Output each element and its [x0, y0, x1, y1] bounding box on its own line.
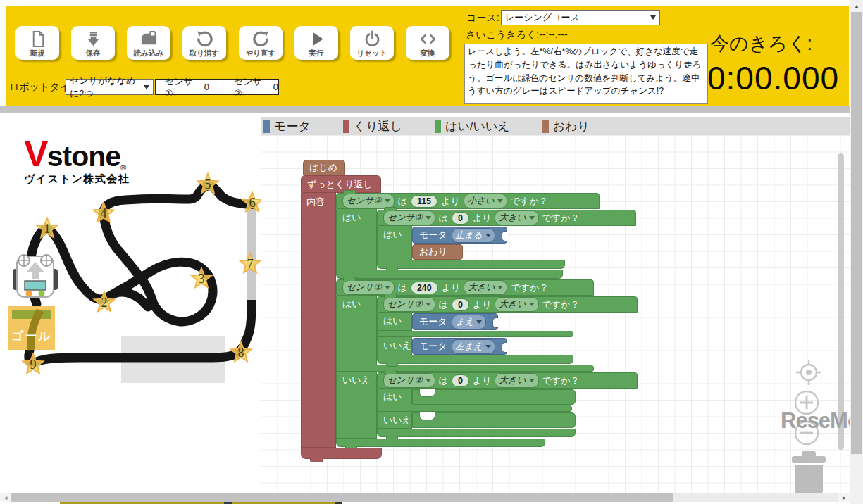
sensor-dropdown[interactable]: センサ② [383, 373, 435, 388]
undo-icon [195, 30, 214, 49]
if1-condition[interactable]: センサ② は 115 より 小さい ですか？ [336, 193, 600, 209]
category-swatch [542, 120, 549, 133]
vertical-scroll-thumb[interactable] [851, 12, 862, 454]
dropdown-arrow-icon [385, 199, 390, 203]
empty-slot[interactable] [412, 412, 576, 428]
new-file-icon [28, 30, 47, 49]
toolbox-bar: モータ くり返し はい/いいえ おわり [261, 117, 850, 135]
branch-label-no: いいえ [377, 337, 412, 355]
toolbox-category-yesno[interactable]: はい/いいえ [435, 118, 510, 134]
convert-button[interactable]: 変換 [406, 26, 449, 60]
empty-slot[interactable] [412, 389, 576, 405]
dropdown-arrow-icon [529, 379, 535, 382]
sensor-readout-box: センサ①: 0 センサ②: 0 [155, 79, 279, 95]
category-swatch [263, 120, 270, 133]
if-block-1a[interactable]: センサ② は 0 より 大きい ですか？ はい [377, 210, 636, 270]
sensor-dropdown[interactable]: センサ② [383, 297, 435, 312]
if-block-2b[interactable]: センサ② は 0 より 大きい ですか？ はい [377, 372, 638, 438]
blockly-workspace[interactable]: はじめ ずっとくり返し 内容 センサ② は 115 より 小さい [261, 135, 850, 493]
comparison-dropdown[interactable]: 大きい [495, 373, 538, 388]
motor-block-stop[interactable]: モータ 止まる [412, 227, 507, 244]
forever-loop-block[interactable]: ずっとくり返し 内容 センサ② は 115 より 小さい ですか [301, 175, 638, 459]
comparison-dropdown[interactable]: 小さい [464, 194, 507, 208]
value-field[interactable]: 115 [411, 195, 437, 208]
value-field[interactable]: 0 [452, 374, 469, 387]
toolbox-category-motor[interactable]: モータ [263, 118, 311, 134]
dropdown-arrow-icon [426, 379, 431, 382]
svg-text:5: 5 [205, 177, 211, 191]
if-block-2a[interactable]: センサ② は 0 より 大きい ですか？ はい [377, 296, 638, 365]
vertical-scrollbar[interactable]: ▲ [850, 0, 863, 504]
sensor-dropdown[interactable]: センサ① [342, 280, 395, 295]
if2-condition[interactable]: センサ① は 240 より 大きい ですか？ [336, 279, 594, 296]
branch-label-yes: はい [336, 296, 377, 365]
save-icon [84, 30, 103, 49]
if2b-condition[interactable]: センサ② は 0 より 大きい ですか？ [377, 372, 638, 389]
dropdown-arrow-icon [497, 199, 503, 203]
undo-button[interactable]: 取り消す [182, 26, 226, 60]
sensor1-value: 0 [204, 82, 209, 92]
svg-text:6: 6 [249, 196, 256, 210]
if1-footer [336, 270, 563, 279]
if2a-condition[interactable]: センサ② は 0 より 大きい ですか？ [377, 296, 638, 313]
scroll-up-arrow-icon[interactable]: ▲ [850, 0, 863, 12]
horizontal-scrollbar[interactable]: ◄ ► [0, 493, 850, 502]
load-button[interactable]: 読み込み [127, 26, 170, 60]
comparison-dropdown[interactable]: 大きい [495, 210, 538, 225]
redo-button[interactable]: やり直す [239, 26, 283, 60]
svg-text:1: 1 [44, 222, 51, 236]
start-block[interactable]: はじめ [303, 160, 345, 175]
workspace-scrollbar[interactable] [838, 153, 844, 450]
if-block-2[interactable]: センサ① は 240 より 大きい ですか？ はい [336, 279, 638, 448]
new-button[interactable]: 新規 [15, 26, 59, 60]
value-field[interactable]: 0 [452, 298, 469, 311]
checkpoint-star-7: 7 [240, 253, 261, 272]
chevron-down-icon [144, 85, 149, 89]
branch-label-no: いいえ [377, 412, 412, 429]
run-button[interactable]: 実行 [294, 26, 338, 60]
if2-footer [336, 439, 545, 447]
run-icon [307, 30, 326, 49]
if1a-condition[interactable]: センサ② は 0 より 大きい ですか？ [377, 210, 636, 226]
robot-icon [13, 255, 58, 297]
trash-icon[interactable] [786, 451, 833, 493]
best-record-value: --:--.--- [539, 29, 567, 40]
end-block[interactable]: おわり [412, 244, 463, 260]
course-map: ゴール 1 2 3 4 5 6 7 8 9 [0, 120, 261, 500]
save-button[interactable]: 保存 [71, 26, 115, 60]
horizontal-scroll-thumb[interactable] [11, 493, 673, 502]
loop-footer [301, 448, 382, 459]
scroll-right-arrow-icon[interactable]: ► [838, 493, 850, 502]
if2b-mid-bar [377, 405, 572, 412]
value-field[interactable]: 240 [411, 282, 438, 294]
dropdown-arrow-icon [426, 303, 431, 306]
motor-block-left-forward[interactable]: モータ 左まえ [412, 338, 507, 355]
dropdown-arrow-icon [426, 216, 431, 220]
course-select[interactable]: レーシングコース [501, 10, 660, 25]
dropdown-arrow-icon [497, 286, 503, 289]
reset-button[interactable]: リセット [350, 26, 394, 60]
dropdown-arrow-icon [529, 216, 535, 220]
convert-icon [418, 30, 437, 49]
scroll-left-arrow-icon[interactable]: ◄ [0, 493, 11, 502]
dropdown-arrow-icon [476, 320, 482, 324]
sensor-dropdown[interactable]: センサ② [383, 210, 435, 225]
svg-text:7: 7 [247, 257, 254, 271]
motor-direction-dropdown[interactable]: 左まえ [452, 339, 495, 354]
toolbox-category-loop[interactable]: くり返し [343, 118, 402, 134]
zoom-reset-button[interactable] [795, 358, 823, 386]
if1a-footer [377, 260, 565, 269]
track-path [29, 186, 252, 363]
branch-label-yes: はい [377, 389, 412, 405]
toolbox-category-end[interactable]: おわり [542, 118, 590, 134]
comparison-dropdown[interactable]: 大きい [495, 297, 538, 312]
robot-type-select[interactable]: センサがななめに2つ [66, 79, 154, 95]
loop-header[interactable]: ずっとくり返し [301, 175, 381, 193]
comparison-dropdown[interactable]: 大きい [464, 280, 507, 295]
motor-direction-dropdown[interactable]: まえ [452, 315, 487, 329]
value-field[interactable]: 0 [452, 212, 469, 225]
motor-block-forward[interactable]: モータ まえ [412, 313, 498, 330]
if-block-1[interactable]: センサ② は 115 より 小さい ですか？ はい [336, 193, 636, 279]
motor-direction-dropdown[interactable]: 止まる [452, 228, 495, 243]
sensor-dropdown[interactable]: センサ② [342, 194, 395, 208]
